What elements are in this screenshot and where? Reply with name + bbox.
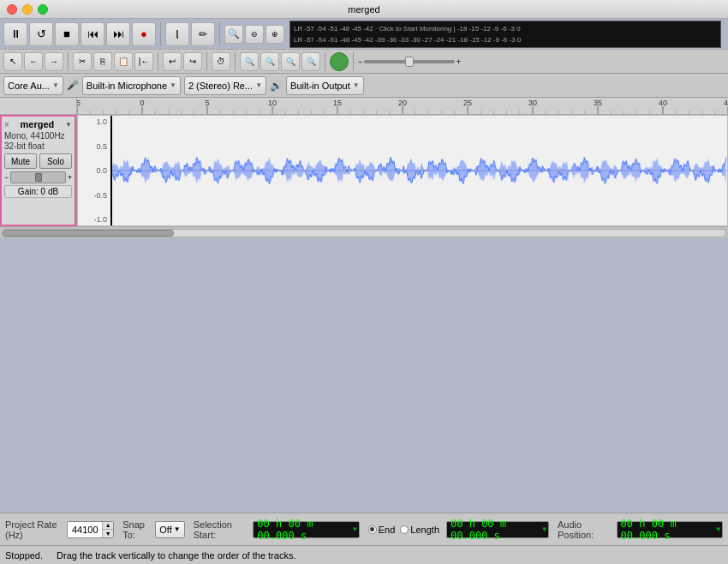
snap-to-section: Snap To: Off ▼: [122, 519, 184, 540]
audio-position-display[interactable]: 00 h 00 m 00.000 s ▼: [617, 521, 723, 538]
zoom-magnify-button[interactable]: 🔍: [224, 25, 243, 44]
selection-start-section: Selection Start: 00 h 00 m 00.000 s ▼: [194, 519, 360, 540]
paste-tool[interactable]: 📋: [114, 52, 133, 71]
gain-slider-row: − +: [4, 171, 72, 183]
track-row: × merged ▼ Mono, 44100Hz 32-bit float Mu…: [0, 115, 728, 226]
meter-scale-top: -57 -54 -51 -48 -45 -42 · Click to Start…: [304, 25, 520, 33]
output-dropdown[interactable]: Built-in Output ▼: [286, 76, 364, 95]
toolbar-gain: − +: [358, 57, 461, 66]
tracks-area: × merged ▼ Mono, 44100Hz 32-bit float Mu…: [0, 98, 728, 513]
zoom-out-button[interactable]: ⊖: [245, 25, 264, 44]
project-rate-label: Project Rate (Hz): [5, 519, 63, 540]
end-radio-button[interactable]: [368, 525, 377, 534]
arrow-left-button[interactable]: ←: [24, 52, 43, 71]
core-audio-label: Core Au...: [8, 81, 50, 91]
toolbar-sep4: [158, 52, 158, 71]
length-radio-button[interactable]: [400, 525, 409, 534]
meter-row-bottom: LR -57 -54 -51 -48 -45 -42 -39 -36 -33 -…: [294, 34, 717, 45]
microphone-dropdown[interactable]: Built-in Microphone ▼: [82, 76, 181, 95]
arrow-right-button[interactable]: →: [45, 52, 63, 71]
ruler-canvas: [77, 98, 728, 115]
ruler-main: [77, 98, 728, 115]
cut-tool[interactable]: ✂: [73, 52, 92, 71]
gain-plus: +: [456, 57, 461, 66]
mic-icon: 🎤: [67, 80, 79, 91]
toolbar-sep6: [235, 52, 236, 71]
selection-start-display[interactable]: 00 h 00 m 00.000 s ▼: [253, 521, 359, 538]
project-rate-spinners: ▲ ▼: [102, 522, 113, 537]
microphone-label: Built-in Microphone: [87, 81, 167, 91]
sel-start-arrow: ▼: [353, 525, 357, 533]
core-audio-dropdown[interactable]: Core Au... ▼: [3, 76, 63, 95]
stop-button[interactable]: ■: [55, 22, 79, 46]
pause-button[interactable]: ⏸: [3, 22, 27, 46]
record-button[interactable]: ●: [132, 22, 156, 46]
gain-slider-thumb[interactable]: [405, 57, 414, 67]
trim-tool[interactable]: |←: [134, 52, 153, 71]
core-audio-arrow: ▼: [52, 81, 59, 89]
ruler-row: [0, 98, 728, 115]
scrollbar-thumb[interactable]: [3, 230, 174, 237]
rate-up-button[interactable]: ▲: [103, 522, 113, 530]
end-time-value: 00 h 00 m 00.000 s: [451, 518, 545, 542]
mic-arrow: ▼: [170, 81, 176, 89]
length-radio-label: Length: [410, 525, 439, 535]
gain-slider-minus: −: [4, 173, 9, 182]
scroll-area: [0, 226, 728, 238]
project-rate-input[interactable]: ▲ ▼: [67, 521, 114, 538]
zoom-in-button[interactable]: ⊕: [266, 25, 284, 44]
meter-lr-bottom: LR: [294, 36, 302, 44]
waveform-canvas[interactable]: [78, 116, 727, 225]
undo-button[interactable]: ↩: [163, 52, 182, 71]
mute-button[interactable]: Mute: [4, 153, 37, 169]
time-button[interactable]: ⏱: [212, 52, 230, 71]
track-info-line1: Mono, 44100Hz: [4, 131, 72, 141]
track-dropdown-arrow[interactable]: ▼: [65, 121, 72, 129]
toolbar-sep8: [353, 52, 354, 71]
bottom-controls: Project Rate (Hz) ▲ ▼ Snap To: Off ▼ Sel…: [0, 513, 728, 545]
controls-bar: Core Au... ▼ 🎤 Built-in Microphone ▼ 2 (…: [0, 74, 728, 98]
gain-value-display: Gain: 0 dB: [4, 185, 72, 198]
redo-button[interactable]: ↪: [183, 52, 202, 71]
zoom-in2-button[interactable]: 🔍: [301, 52, 320, 71]
vu-meter-display[interactable]: LR -57 -54 -51 -48 -45 -42 · Click to St…: [289, 21, 721, 48]
toolbar-sep7: [325, 52, 325, 71]
status-left: Stopped.: [5, 550, 43, 561]
solo-button[interactable]: Solo: [39, 153, 72, 169]
loop-button[interactable]: ↺: [29, 22, 53, 46]
next-button[interactable]: ⏭: [106, 22, 130, 46]
snap-to-dropdown[interactable]: Off ▼: [155, 521, 184, 538]
track-gain-slider[interactable]: [10, 171, 65, 183]
rate-down-button[interactable]: ▼: [103, 530, 113, 537]
track-close-button[interactable]: ×: [4, 120, 9, 129]
selection-start-label: Selection Start:: [194, 519, 250, 540]
gain-slider-track[interactable]: [364, 60, 454, 63]
select-tool-button[interactable]: I: [165, 22, 189, 46]
end-length-section: End Length 00 h 00 m 00.000 s ▼: [368, 521, 549, 538]
prev-button[interactable]: ⏮: [81, 22, 104, 46]
zoom-out2-button[interactable]: 🔍: [260, 52, 279, 71]
track-name: merged: [21, 119, 55, 129]
scrollbar-track[interactable]: [2, 229, 726, 237]
project-rate-section: Project Rate (Hz) ▲ ▼: [5, 519, 114, 540]
cursor-tool-button[interactable]: ↖: [3, 52, 22, 71]
maximize-window-button[interactable]: [38, 4, 48, 15]
zoom-fit-button[interactable]: 🔍: [240, 52, 259, 71]
green-circle-button[interactable]: [330, 52, 349, 71]
draw-tool-button[interactable]: ✏: [191, 22, 215, 46]
end-radio-item: End: [368, 525, 396, 535]
stereo-dropdown[interactable]: 2 (Stereo) Re... ▼: [184, 76, 266, 95]
zoom-sel-button[interactable]: 🔍: [281, 52, 300, 71]
track-waveform[interactable]: 1.0 0.5 0.0 -0.5 -1.0: [77, 115, 728, 226]
toolbar-sep5: [206, 52, 207, 71]
minimize-window-button[interactable]: [22, 4, 33, 15]
status-bar: Stopped. Drag the track vertically to ch…: [0, 545, 728, 564]
end-time-display[interactable]: 00 h 00 m 00.000 s ▼: [446, 521, 549, 538]
content-area: × merged ▼ Mono, 44100Hz 32-bit float Mu…: [0, 98, 728, 513]
toolbar-sep3: [68, 52, 69, 71]
copy-tool[interactable]: ⎘: [93, 52, 112, 71]
project-rate-value[interactable]: [68, 522, 102, 537]
track-gain-thumb[interactable]: [35, 173, 42, 182]
close-window-button[interactable]: [7, 4, 17, 15]
speaker-icon: 🔊: [270, 80, 283, 92]
